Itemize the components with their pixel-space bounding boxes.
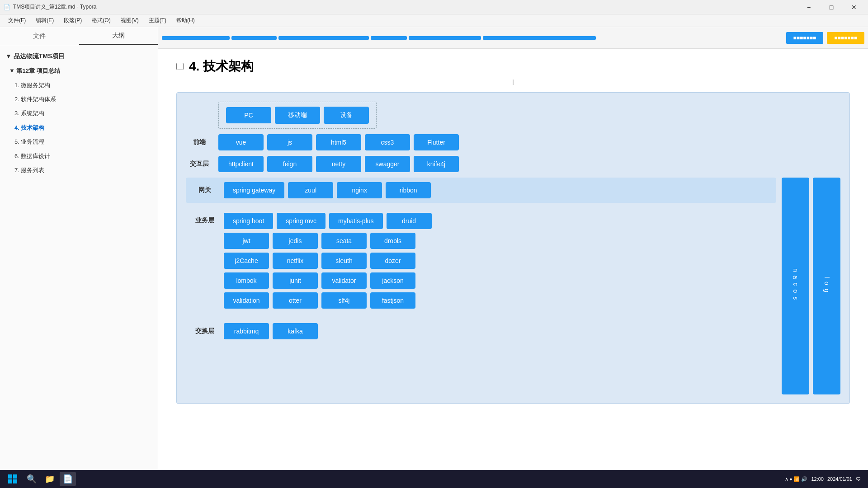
sidebar-tabs: 文件 大纲 bbox=[0, 27, 158, 45]
main-with-side: 网关 spring gateway zuul nginx ribbon 业务层 bbox=[186, 178, 840, 394]
tag-validation[interactable]: validation bbox=[224, 292, 269, 309]
menu-bar: 文件(F) 编辑(E) 段落(P) 格式(O) 视图(V) 主题(T) 帮助(H… bbox=[0, 14, 868, 27]
heading-checkbox[interactable] bbox=[176, 63, 184, 70]
tag-fastjson[interactable]: fastjson bbox=[370, 292, 415, 309]
side-tag-nacos[interactable]: nacos bbox=[782, 178, 809, 394]
interaction-label: 交互层 bbox=[186, 160, 213, 168]
svg-rect-0 bbox=[8, 474, 12, 479]
tab-file[interactable]: 文件 bbox=[0, 27, 79, 45]
sidebar-root[interactable]: ▼ 品达物流TMS项目 bbox=[0, 49, 158, 64]
tag-mobile[interactable]: 移动端 bbox=[275, 107, 320, 124]
tag-seata[interactable]: seata bbox=[321, 233, 367, 249]
sidebar-section-1[interactable]: 1. 微服务架构 bbox=[0, 78, 158, 92]
toolbar-strip-4 bbox=[371, 36, 407, 40]
app-body: 文件 大纲 ▼ 品达物流TMS项目 ▼ 第12章 项目总结 1. 微服务架构 2… bbox=[0, 27, 868, 488]
tag-jackson[interactable]: jackson bbox=[370, 272, 415, 289]
arch-diagram: PC 移动端 设备 前端 vue js html5 css3 Flutter bbox=[176, 92, 850, 404]
exchange-label: 交换层 bbox=[191, 327, 218, 335]
tag-device[interactable]: 设备 bbox=[324, 107, 369, 124]
app-icon: 📄 bbox=[4, 4, 10, 10]
tag-jwt[interactable]: jwt bbox=[224, 233, 269, 249]
clock: 12:00 bbox=[811, 476, 824, 482]
tag-druid[interactable]: druid bbox=[387, 213, 432, 229]
menu-format[interactable]: 格式(O) bbox=[87, 15, 115, 26]
tag-pc[interactable]: PC bbox=[226, 107, 271, 123]
menu-edit[interactable]: 编辑(E) bbox=[31, 15, 58, 26]
title-bar: 📄 TMS项目讲义_第12章.md - Typora − □ ✕ bbox=[0, 0, 868, 14]
taskbar-search[interactable]: 🔍 bbox=[24, 472, 40, 486]
tag-html5[interactable]: html5 bbox=[316, 134, 361, 150]
close-button[interactable]: ✕ bbox=[844, 0, 864, 14]
tag-nginx[interactable]: nginx bbox=[337, 182, 382, 198]
tag-kafka[interactable]: kafka bbox=[273, 323, 318, 339]
tag-netflix[interactable]: netflix bbox=[273, 253, 318, 269]
tag-validator[interactable]: validator bbox=[321, 272, 367, 289]
tag-otter[interactable]: otter bbox=[273, 292, 318, 309]
tag-spring-mvc[interactable]: spring mvc bbox=[277, 213, 326, 229]
taskbar-app[interactable]: 📄 bbox=[60, 472, 76, 486]
tag-knife4j[interactable]: knife4j bbox=[414, 156, 459, 172]
tag-ribbon[interactable]: ribbon bbox=[386, 182, 431, 198]
title-bar-controls: − □ ✕ bbox=[798, 0, 864, 14]
menu-view[interactable]: 视图(V) bbox=[116, 15, 143, 26]
frontend-label-spacer bbox=[186, 102, 213, 129]
sidebar-section-2[interactable]: 2. 软件架构体系 bbox=[0, 92, 158, 106]
tag-rabbitmq[interactable]: rabbitmq bbox=[224, 323, 269, 339]
tag-mybatis-plus[interactable]: mybatis-plus bbox=[329, 213, 383, 229]
tag-netty[interactable]: netty bbox=[316, 156, 361, 172]
taskbar-right: ∧ ♦ 📶 🔊 12:00 2024/01/01 🗨 bbox=[785, 476, 864, 482]
frontend-label: 前端 bbox=[186, 138, 213, 146]
tag-httpclient[interactable]: httpclient bbox=[218, 156, 264, 172]
maximize-button[interactable]: □ bbox=[821, 0, 842, 14]
tag-j2cache[interactable]: j2Cache bbox=[224, 253, 269, 269]
sidebar-section-3[interactable]: 3. 系统架构 bbox=[0, 106, 158, 120]
tag-junit[interactable]: junit bbox=[273, 272, 318, 289]
toolbar-strip-2 bbox=[231, 36, 277, 40]
tab-outline[interactable]: 大纲 bbox=[79, 27, 158, 45]
start-button[interactable] bbox=[4, 472, 22, 486]
sidebar-section-4[interactable]: 4. 技术架构 bbox=[0, 121, 158, 135]
exchange-items: rabbitmq kafka bbox=[224, 323, 318, 339]
tag-spring-gateway[interactable]: spring gateway bbox=[224, 182, 284, 198]
sidebar-section-5[interactable]: 5. 业务流程 bbox=[0, 135, 158, 149]
business-row-3: j2Cache netflix sleuth dozer bbox=[224, 253, 771, 269]
frontend-tech-items: vue js html5 css3 Flutter bbox=[218, 134, 840, 150]
sidebar-section-6[interactable]: 6. 数据库设计 bbox=[0, 149, 158, 163]
toolbar-blue-button[interactable]: ■■■■■■■ bbox=[786, 32, 824, 44]
tag-vue[interactable]: vue bbox=[218, 134, 264, 150]
page-title: 4. 技术架构 bbox=[189, 58, 254, 75]
collapse-icon: ▼ bbox=[5, 52, 14, 60]
toolbar-yellow-button[interactable]: ■■■■■■■ bbox=[827, 32, 864, 44]
menu-file[interactable]: 文件(F) bbox=[4, 15, 30, 26]
sidebar-section-7[interactable]: 7. 服务列表 bbox=[0, 163, 158, 177]
tag-slf4j[interactable]: slf4j bbox=[321, 292, 367, 309]
tag-css3[interactable]: css3 bbox=[365, 134, 410, 150]
tag-zuul[interactable]: zuul bbox=[288, 182, 333, 198]
toolbar-right-btns: ■■■■■■■ ■■■■■■■ bbox=[786, 32, 865, 44]
menu-theme[interactable]: 主题(T) bbox=[144, 15, 171, 26]
top-toolbar: ■■■■■■■ ■■■■■■■ bbox=[158, 27, 868, 49]
side-tag-log[interactable]: log bbox=[813, 178, 840, 394]
interaction-row: 交互层 httpclient feign netty swagger knife… bbox=[186, 156, 840, 172]
tag-swagger[interactable]: swagger bbox=[365, 156, 410, 172]
menu-help[interactable]: 帮助(H) bbox=[172, 15, 199, 26]
toolbar-strip-6 bbox=[483, 36, 596, 40]
tag-jedis[interactable]: jedis bbox=[273, 233, 318, 249]
tag-spring-boot[interactable]: spring boot bbox=[224, 213, 273, 229]
tag-flutter[interactable]: Flutter bbox=[414, 134, 459, 150]
minimize-button[interactable]: − bbox=[798, 0, 819, 14]
tag-sleuth[interactable]: sleuth bbox=[321, 253, 367, 269]
menu-paragraph[interactable]: 段落(P) bbox=[59, 15, 86, 26]
tag-dozer[interactable]: dozer bbox=[370, 253, 415, 269]
system-tray: ∧ ♦ 📶 🔊 bbox=[785, 476, 808, 482]
tag-lombok[interactable]: lombok bbox=[224, 272, 269, 289]
taskbar: 🔍 📁 📄 ∧ ♦ 📶 🔊 12:00 2024/01/01 🗨 bbox=[0, 470, 868, 488]
tag-feign[interactable]: feign bbox=[267, 156, 312, 172]
taskbar-files[interactable]: 📁 bbox=[42, 472, 58, 486]
tag-js[interactable]: js bbox=[267, 134, 312, 150]
business-row-1: spring boot spring mvc mybatis-plus drui… bbox=[224, 213, 771, 229]
frontend-section: PC 移动端 设备 bbox=[186, 102, 840, 129]
sidebar-chapter[interactable]: ▼ 第12章 项目总结 bbox=[0, 64, 158, 78]
tag-drools[interactable]: drools bbox=[370, 233, 415, 249]
main-left: 网关 spring gateway zuul nginx ribbon 业务层 bbox=[186, 178, 776, 394]
